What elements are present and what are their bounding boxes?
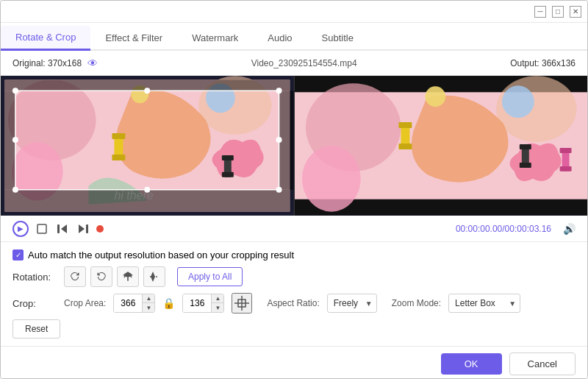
svg-point-35 xyxy=(425,86,445,107)
aspect-ratio-select[interactable]: Freely 16:9 4:3 1:1 9:16 xyxy=(327,294,377,313)
tab-audio[interactable]: Audio xyxy=(253,26,306,51)
crop-row: Crop: Crop Area: ▲ ▼ 🔒 ▲ ▼ xyxy=(12,293,576,314)
rotation-buttons xyxy=(64,266,165,287)
crop-height-input[interactable] xyxy=(183,294,211,312)
checkbox-icon: ✓ xyxy=(12,249,24,261)
aspect-ratio-select-wrap: Freely 16:9 4:3 1:1 9:16 ▼ xyxy=(327,294,377,313)
rotation-label: Rotation: xyxy=(12,272,57,283)
ok-button[interactable]: OK xyxy=(441,353,502,375)
svg-rect-11 xyxy=(222,155,234,160)
zoom-mode-select-wrap: Letter Box Pan & Scan Full ▼ xyxy=(448,294,520,313)
flip-horizontal-button[interactable] xyxy=(117,266,139,287)
crosshair-button[interactable] xyxy=(232,293,252,314)
eye-icon[interactable]: 👁 xyxy=(87,57,98,69)
close-button[interactable]: ✕ xyxy=(570,6,581,18)
output-resolution: Output: 366x136 xyxy=(510,58,576,68)
svg-rect-9 xyxy=(112,155,125,160)
reset-button[interactable]: Reset xyxy=(12,319,60,339)
zoom-mode-select[interactable]: Letter Box Pan & Scan Full xyxy=(448,294,520,313)
next-frame-button[interactable] xyxy=(76,222,90,236)
svg-rect-15 xyxy=(4,190,290,212)
crop-height-input-wrap: ▲ ▼ xyxy=(182,294,224,313)
svg-rect-45 xyxy=(37,224,46,233)
svg-rect-37 xyxy=(398,122,412,128)
bottom-bar: OK Cancel xyxy=(1,346,587,379)
preview-area: hi there xyxy=(1,76,587,216)
prev-frame-button[interactable] xyxy=(55,222,70,236)
svg-point-33 xyxy=(301,146,360,212)
svg-point-25 xyxy=(12,137,18,143)
svg-point-26 xyxy=(276,137,282,143)
svg-rect-38 xyxy=(398,144,412,149)
svg-point-20 xyxy=(276,88,282,93)
video-filename: Video_230925154554.mp4 xyxy=(98,58,510,68)
svg-rect-44 xyxy=(559,166,571,171)
title-bar: ─ □ ✕ xyxy=(1,1,587,23)
original-resolution: Original: 370x168 xyxy=(12,58,82,68)
stop-button[interactable] xyxy=(35,222,49,236)
record-button[interactable] xyxy=(96,225,104,233)
tabs-bar: Rotate & Crop Effect & Filter Watermark … xyxy=(1,23,587,51)
auto-match-checkbox[interactable]: ✓ Auto match the output resolution based… xyxy=(12,249,294,261)
main-window: ─ □ ✕ Rotate & Crop Effect & Filter Wate… xyxy=(0,0,588,379)
maximize-button[interactable]: □ xyxy=(552,6,564,18)
auto-match-label: Auto match the output resolution based o… xyxy=(28,249,294,261)
svg-point-23 xyxy=(144,88,150,93)
crop-height-spinners: ▲ ▼ xyxy=(211,294,223,313)
svg-rect-12 xyxy=(222,172,234,177)
tab-rotate-crop[interactable]: Rotate & Crop xyxy=(1,26,90,51)
svg-point-22 xyxy=(276,187,282,193)
playback-bar: ▶ 00:00:00.00/00:00:03.16 🔊 xyxy=(1,216,587,242)
svg-rect-8 xyxy=(112,133,125,139)
video-info-bar: Original: 370x168 👁 Video_230925154554.m… xyxy=(1,51,587,76)
aspect-ratio-label: Aspect Ratio: xyxy=(267,298,319,308)
svg-point-34 xyxy=(501,85,534,118)
svg-marker-46 xyxy=(61,224,67,233)
lock-icon: 🔒 xyxy=(162,297,175,309)
crop-width-spinners: ▲ ▼ xyxy=(142,294,154,313)
svg-rect-40 xyxy=(519,144,531,149)
svg-marker-55 xyxy=(151,277,155,282)
svg-rect-49 xyxy=(86,224,88,233)
svg-rect-41 xyxy=(519,163,531,168)
play-button[interactable]: ▶ xyxy=(12,221,29,237)
rotate-cw-button[interactable] xyxy=(90,266,112,287)
svg-rect-47 xyxy=(57,224,60,233)
rotate-ccw-button[interactable] xyxy=(64,266,86,287)
crop-width-input-wrap: ▲ ▼ xyxy=(113,294,155,313)
time-display: 00:00:00.00/00:00:03.16 xyxy=(456,224,551,234)
crop-width-input[interactable] xyxy=(114,294,142,312)
tab-effect-filter[interactable]: Effect & Filter xyxy=(90,26,177,51)
zoom-mode-label: Zoom Mode: xyxy=(392,298,441,308)
crop-width-up[interactable]: ▲ xyxy=(143,294,154,303)
svg-rect-43 xyxy=(559,148,571,153)
svg-point-19 xyxy=(12,88,18,93)
volume-icon[interactable]: 🔊 xyxy=(563,223,576,235)
svg-marker-54 xyxy=(151,272,155,277)
crop-label: Crop: xyxy=(12,298,57,309)
auto-match-row: ✓ Auto match the output resolution based… xyxy=(12,249,576,261)
preview-left: hi there xyxy=(1,76,295,216)
flip-vertical-button[interactable] xyxy=(143,266,165,287)
svg-point-24 xyxy=(144,187,150,193)
preview-right xyxy=(295,76,588,216)
controls-panel: ✓ Auto match the output resolution based… xyxy=(1,242,587,346)
minimize-button[interactable]: ─ xyxy=(534,6,546,18)
rotation-row: Rotation: xyxy=(12,266,576,287)
crop-height-up[interactable]: ▲ xyxy=(212,294,223,303)
tab-subtitle[interactable]: Subtitle xyxy=(307,26,368,51)
crop-height-down[interactable]: ▼ xyxy=(212,303,223,313)
tab-watermark[interactable]: Watermark xyxy=(177,26,253,51)
reset-row: Reset xyxy=(12,319,576,339)
cancel-button[interactable]: Cancel xyxy=(509,353,576,375)
svg-point-21 xyxy=(12,187,18,193)
crop-area-label: Crop Area: xyxy=(64,298,106,308)
video-info-left: Original: 370x168 👁 xyxy=(12,57,98,69)
apply-to-all-button[interactable]: Apply to All xyxy=(177,267,243,286)
svg-marker-48 xyxy=(79,224,85,233)
window-controls: ─ □ ✕ xyxy=(534,6,581,18)
crop-width-down[interactable]: ▼ xyxy=(143,303,154,313)
